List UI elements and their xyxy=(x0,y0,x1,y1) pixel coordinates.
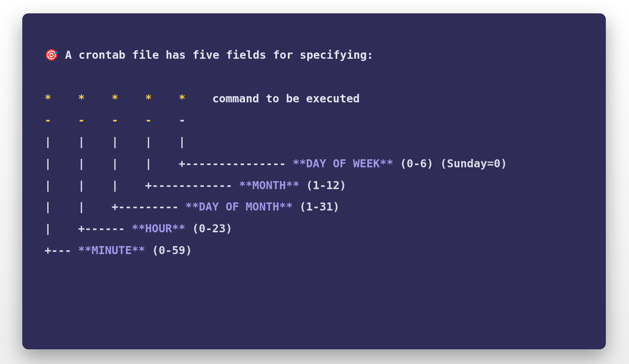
dash5: - xyxy=(179,113,185,126)
dash2: - xyxy=(78,113,85,126)
dom-star-l: ** xyxy=(185,200,199,213)
dash3: - xyxy=(112,113,118,126)
hour-stem: | +------ xyxy=(45,222,125,235)
hour-star-l: ** xyxy=(132,222,145,235)
hour-name: HOUR xyxy=(145,222,172,235)
month-stem: | | | +------------ xyxy=(45,179,232,192)
crontab-diagram: 🎯 A crontab file has five fields for spe… xyxy=(45,44,584,262)
min-star-l: ** xyxy=(78,244,91,257)
min-star-r: ** xyxy=(132,244,145,257)
dow-name: DAY OF WEEK xyxy=(306,157,380,170)
dow-star-l: ** xyxy=(293,157,306,170)
star3: * xyxy=(112,92,118,105)
title-text: A crontab file has five fields for speci… xyxy=(65,49,373,61)
month-star-l: ** xyxy=(239,179,253,192)
min-range: (0-59) xyxy=(152,244,192,257)
month-name: MONTH xyxy=(253,179,286,192)
star1: * xyxy=(45,92,51,105)
min-name: MINUTE xyxy=(91,244,131,257)
hour-star-r: ** xyxy=(172,222,185,235)
target-icon: 🎯 xyxy=(45,49,58,61)
command-label: command to be executed xyxy=(212,92,359,105)
star5: * xyxy=(179,92,185,105)
hour-range: (0-23) xyxy=(192,222,232,235)
month-range: (1-12) xyxy=(306,179,346,192)
dow-stem: | | | | +--------------- xyxy=(45,157,286,170)
dash1: - xyxy=(45,113,51,126)
dom-star-r: ** xyxy=(279,200,293,213)
dom-range: (1-31) xyxy=(299,200,339,213)
dow-range: (0-6) (Sunday=0) xyxy=(400,157,507,170)
month-star-r: ** xyxy=(286,179,299,192)
star4: * xyxy=(145,92,152,105)
dom-stem: | | +--------- xyxy=(45,200,179,213)
dash4: - xyxy=(145,113,152,126)
code-card: 🎯 A crontab file has five fields for spe… xyxy=(22,13,606,349)
star2: * xyxy=(78,92,85,105)
dom-name: DAY OF MONTH xyxy=(199,200,279,213)
dow-star-r: ** xyxy=(380,157,393,170)
min-stem: +--- xyxy=(45,244,71,257)
pipe-row-1: | | | | | xyxy=(45,135,185,148)
